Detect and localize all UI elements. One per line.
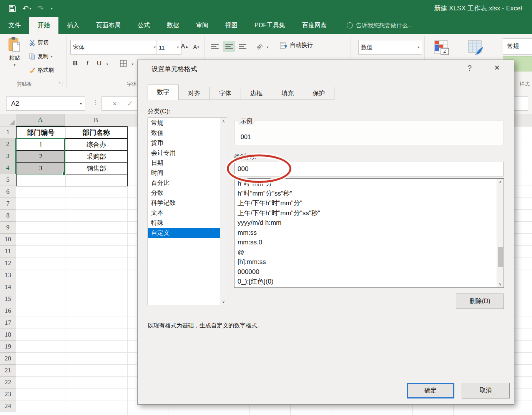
row-header[interactable]: 11	[0, 246, 16, 257]
format-code-item[interactable]: 000000	[234, 267, 497, 277]
scroll-down-icon[interactable]: ∨	[497, 281, 504, 287]
ribbon-tab[interactable]: 开始	[29, 17, 58, 34]
undo-dropdown-icon[interactable]: ▾	[30, 7, 32, 10]
row-header[interactable]: 3	[0, 150, 16, 162]
row-header[interactable]: 14	[0, 281, 16, 293]
category-item[interactable]: 数值	[148, 128, 220, 138]
font-name-combo[interactable]: 宋体▾	[70, 40, 158, 55]
format-code-item[interactable]: @	[234, 247, 497, 257]
row-header[interactable]: 8	[0, 210, 16, 222]
format-code-item[interactable]: h"时"mm"分"ss"秒"	[234, 189, 497, 199]
format-code-item[interactable]: yyyy/m/d h:mm	[234, 218, 497, 228]
row-header[interactable]: 24	[0, 400, 16, 412]
ribbon-tab[interactable]: 页面布局	[88, 17, 129, 34]
row-header[interactable]: 13	[0, 269, 16, 281]
scrollbar-thumb[interactable]	[498, 247, 503, 267]
ribbon-tab[interactable]: 文件	[0, 17, 29, 34]
category-item[interactable]: 文本	[148, 208, 220, 218]
scroll-up-icon[interactable]: ∧	[220, 118, 227, 124]
row-header[interactable]: 23	[0, 388, 16, 400]
row-header[interactable]: 5	[0, 174, 16, 186]
row-header[interactable]: 10	[0, 234, 16, 246]
cell[interactable]: 部门名称	[65, 127, 128, 139]
dialog-tab[interactable]: 边框	[241, 87, 272, 100]
cell[interactable]: 采购部	[65, 151, 128, 163]
column-header[interactable]: B	[65, 114, 127, 126]
category-scrollbar[interactable]: ∧ ∨	[220, 118, 227, 305]
paste-button[interactable]: 粘贴 ▾	[5, 37, 24, 78]
row-header[interactable]: 21	[0, 365, 16, 377]
delete-button[interactable]: 删除(D)	[456, 294, 504, 309]
undo-button[interactable]: ↶▾	[22, 5, 31, 12]
row-header[interactable]: 17	[0, 317, 16, 329]
save-icon[interactable]	[8, 5, 16, 12]
row-header[interactable]: 6	[0, 186, 16, 198]
type-input[interactable]: 000	[234, 162, 504, 176]
select-all-corner[interactable]	[0, 114, 16, 126]
help-icon[interactable]: ?	[467, 64, 472, 73]
category-item[interactable]: 特殊	[148, 218, 220, 228]
scroll-down-icon[interactable]: ∨	[220, 298, 227, 305]
underline-dropdown-icon[interactable]: ▾	[105, 59, 110, 69]
cell[interactable]: 综合办	[65, 139, 128, 151]
name-box-dropdown-icon[interactable]: ▾	[80, 101, 82, 106]
format-list-scrollbar[interactable]: ∧ ∨	[497, 179, 504, 287]
copy-button[interactable]: 复制 ▾	[29, 53, 53, 60]
category-item[interactable]: 常规	[148, 118, 220, 128]
cell[interactable]: 1	[17, 139, 65, 151]
format-code-item[interactable]: [h]:mm:ss	[234, 257, 497, 267]
format-code-item[interactable]: mm:ss	[234, 228, 497, 238]
row-header[interactable]: 4	[0, 162, 16, 174]
column-header[interactable]: A	[16, 114, 65, 126]
formula-bar-dots-icon[interactable]: ⋮	[92, 98, 98, 106]
row-header[interactable]: 19	[0, 341, 16, 353]
cancel-icon[interactable]: ×	[113, 100, 117, 108]
middle-align-button[interactable]	[223, 41, 235, 52]
enter-icon[interactable]: ✓	[127, 99, 133, 108]
row-header[interactable]: 22	[0, 377, 16, 388]
cell[interactable]: 2	[17, 151, 65, 163]
dialog-tab[interactable]: 填充	[272, 87, 303, 100]
qat-customize-icon[interactable]: ▾	[50, 7, 53, 10]
tell-me-box[interactable]: 告诉我您想要做什么...	[335, 17, 413, 34]
format-as-table-button[interactable]	[465, 38, 487, 59]
ribbon-tab[interactable]: 审阅	[188, 17, 217, 34]
cell[interactable]	[17, 174, 65, 186]
category-item[interactable]: 分数	[148, 188, 220, 198]
conditional-formatting-button[interactable]: ≠	[431, 38, 453, 59]
paste-dropdown-icon[interactable]: ▾	[14, 63, 16, 67]
format-code-item[interactable]: mm:ss.0	[234, 237, 497, 247]
row-header[interactable]: 1	[0, 126, 16, 138]
grow-font-button[interactable]: A▲	[179, 41, 190, 52]
font-size-combo[interactable]: 11▾	[156, 40, 181, 55]
bold-button[interactable]: B	[70, 58, 80, 69]
cell[interactable]: 3	[17, 163, 65, 174]
row-header[interactable]: 7	[0, 198, 16, 210]
category-item[interactable]: 会计专用	[148, 148, 220, 158]
category-item[interactable]: 时间	[148, 168, 220, 178]
category-item[interactable]: 百分比	[148, 178, 220, 188]
category-list[interactable]: 常规数值货币会计专用日期时间百分比分数科学记数文本特殊自定义 ∧ ∨	[148, 118, 227, 305]
cell[interactable]: 部门编号	[17, 127, 65, 139]
shrink-font-button[interactable]: A▼	[191, 42, 201, 52]
underline-button[interactable]: U	[94, 58, 104, 69]
dialog-tab[interactable]: 数字	[148, 85, 179, 100]
row-header[interactable]: 9	[0, 222, 16, 234]
borders-button[interactable]	[118, 58, 129, 69]
ribbon-tab[interactable]: 插入	[58, 17, 88, 34]
ok-button[interactable]: 确定	[407, 383, 454, 398]
row-header[interactable]: 20	[0, 353, 16, 365]
ribbon-tab[interactable]: 公式	[129, 17, 158, 34]
format-code-item[interactable]: 0_);[红色](0)	[234, 277, 497, 287]
cell[interactable]	[65, 174, 128, 186]
row-header[interactable]: 12	[0, 257, 16, 269]
bottom-align-button[interactable]	[237, 41, 249, 52]
ribbon-tab[interactable]: 数据	[158, 17, 188, 34]
cell-style-box[interactable]: 常规	[503, 38, 532, 55]
italic-button[interactable]: I	[82, 58, 92, 69]
format-code-item[interactable]: 上午/下午h"时"mm"分"ss"秒"	[234, 208, 497, 218]
cell[interactable]: 销售部	[65, 163, 128, 174]
category-item[interactable]: 科学记数	[148, 198, 220, 208]
format-painter-button[interactable]: 格式刷	[29, 67, 54, 74]
format-code-list[interactable]: h"时"mm"分"h"时"mm"分"ss"秒"上午/下午h"时"mm"分"上午/…	[234, 178, 504, 288]
